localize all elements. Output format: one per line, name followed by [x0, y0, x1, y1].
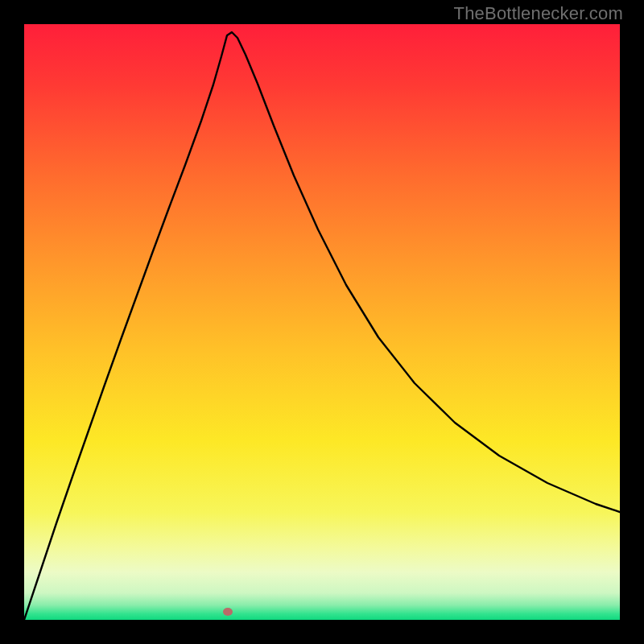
plot-area [24, 24, 620, 620]
chart-frame: TheBottlenecker.com [0, 0, 644, 644]
watermark-text: TheBottlenecker.com [454, 3, 623, 24]
bottleneck-chart-svg [24, 24, 620, 620]
optimal-point-marker [223, 608, 233, 616]
gradient-background [24, 24, 620, 620]
